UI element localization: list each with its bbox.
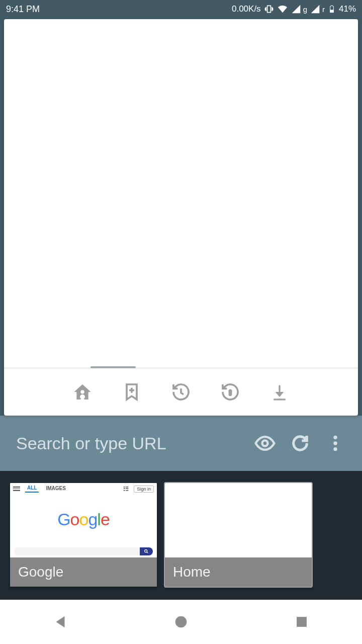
tab-card-home[interactable]: Home bbox=[165, 483, 312, 587]
svg-point-1 bbox=[229, 390, 231, 392]
google-search-bar bbox=[14, 547, 153, 555]
quick-access-toolbar bbox=[4, 368, 358, 416]
url-bar: Search or type URL bbox=[0, 416, 362, 471]
incognito-history-button[interactable] bbox=[218, 380, 242, 404]
svg-point-0 bbox=[80, 390, 84, 393]
hamburger-icon bbox=[13, 487, 20, 491]
popup-divider bbox=[4, 368, 358, 368]
tabs-strip[interactable]: ALL IMAGES Sign in Google Google Home bbox=[0, 471, 362, 600]
reader-mode-button[interactable] bbox=[247, 426, 283, 461]
battery-percent: 41% bbox=[339, 4, 356, 14]
svg-point-4 bbox=[333, 441, 337, 445]
status-time: 9:41 PM bbox=[6, 4, 40, 15]
signal-2-label: r bbox=[322, 5, 325, 14]
wifi-icon bbox=[277, 4, 288, 15]
svg-point-5 bbox=[333, 447, 337, 451]
svg-point-7 bbox=[175, 616, 187, 628]
signal-icon-1 bbox=[291, 4, 301, 14]
status-bar: 9:41 PM 0.00K/s g r 41% bbox=[0, 0, 362, 18]
drag-handle[interactable] bbox=[90, 366, 136, 368]
svg-point-6 bbox=[145, 550, 147, 552]
url-input[interactable]: Search or type URL bbox=[16, 434, 247, 453]
bookmark-add-button[interactable] bbox=[120, 380, 144, 404]
nav-home-button[interactable] bbox=[166, 607, 196, 637]
history-button[interactable] bbox=[169, 380, 193, 404]
popup-blank-area bbox=[4, 19, 358, 368]
reload-button[interactable] bbox=[283, 426, 318, 461]
google-signin: Sign in bbox=[134, 486, 154, 493]
svg-point-2 bbox=[262, 441, 268, 446]
nav-recent-button[interactable] bbox=[287, 607, 317, 637]
search-icon bbox=[140, 547, 153, 555]
tab-title: Home bbox=[165, 557, 312, 587]
home-button[interactable] bbox=[70, 380, 95, 404]
google-tab-images: IMAGES bbox=[44, 486, 67, 492]
status-net-speed: 0.00K/s bbox=[232, 4, 261, 14]
signal-1-label: g bbox=[303, 5, 307, 14]
svg-rect-8 bbox=[297, 617, 307, 627]
google-tab-all: ALL bbox=[25, 485, 39, 493]
vibrate-icon bbox=[264, 4, 274, 14]
system-nav-bar bbox=[0, 600, 362, 644]
svg-point-3 bbox=[333, 436, 337, 439]
nav-back-button[interactable] bbox=[45, 607, 75, 637]
tab-preview bbox=[165, 483, 312, 557]
overflow-menu-button[interactable] bbox=[318, 426, 353, 461]
tab-card-google[interactable]: ALL IMAGES Sign in Google Google bbox=[10, 483, 157, 587]
battery-icon bbox=[328, 4, 336, 15]
status-right-cluster: 0.00K/s g r 41% bbox=[232, 4, 356, 15]
apps-grid-icon bbox=[124, 487, 129, 492]
signal-icon-2 bbox=[310, 4, 320, 14]
tab-preview: ALL IMAGES Sign in Google bbox=[10, 483, 157, 557]
tab-title: Google bbox=[10, 557, 157, 587]
start-page-popup bbox=[4, 19, 358, 416]
google-logo: Google bbox=[10, 510, 157, 529]
downloads-button[interactable] bbox=[267, 380, 292, 404]
